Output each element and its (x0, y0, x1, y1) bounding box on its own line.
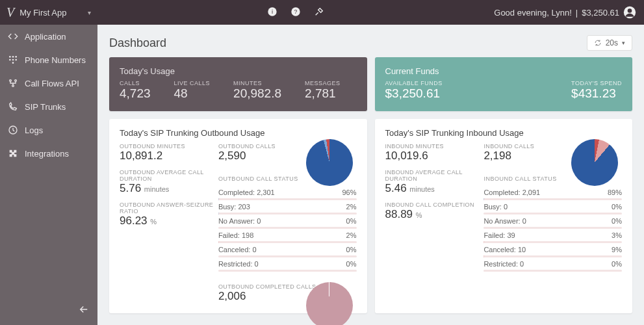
svg-point-9 (9, 59, 11, 61)
sidebar-item-label: Application (25, 32, 66, 42)
balance-text: $3,250.61 (582, 8, 619, 18)
status-row: Canceled: 109% (483, 243, 622, 257)
status-row: Restricted: 00% (218, 257, 357, 272)
card-title: Today's SIP Trunking Outbound Usage (120, 128, 357, 138)
tile-title: Current Funds (385, 66, 623, 76)
dialpad-icon (8, 55, 18, 65)
card-title: Today's SIP Trunking Inbound Usage (385, 128, 623, 138)
sip-icon (8, 101, 18, 112)
brand-logo: V (6, 5, 14, 20)
info-icon[interactable]: i (267, 6, 277, 19)
sidebar-item-application[interactable]: Application (0, 25, 97, 48)
refresh-label: 20s (606, 38, 618, 47)
tile-title: Today's Usage (120, 66, 357, 76)
arrow-left-icon (78, 304, 90, 315)
outbound-completed-pie (306, 282, 353, 325)
status-row: Busy: 00% (483, 200, 622, 214)
puzzle-icon (8, 148, 18, 159)
branch-icon (8, 78, 18, 88)
sidebar-item-logs[interactable]: Logs (0, 118, 97, 142)
sidebar-item-phone-numbers[interactable]: Phone Numbers (0, 48, 97, 72)
main-content: Dashboard 20s ▾ Today's Usage CALLS4,723… (97, 25, 644, 325)
status-row: Failed: 393% (483, 229, 622, 243)
topbar-right: Good evening, Lynn! | $3,250.61 (494, 6, 644, 19)
svg-point-14 (15, 80, 17, 82)
svg-point-5 (628, 8, 632, 13)
svg-point-13 (10, 80, 12, 82)
outbound-usage-card: Today's SIP Trunking Outbound Usage OUTB… (109, 119, 367, 313)
refresh-dropdown[interactable]: 20s ▾ (587, 35, 632, 51)
sidebar: Application Phone Numbers Call Flows API… (0, 25, 97, 325)
code-icon (8, 31, 18, 42)
status-row: Failed: 1982% (218, 229, 357, 243)
greeting-text: Good evening, Lynn! (494, 8, 572, 18)
topbar: V My First App ▾ i ? Good evening, Lynn!… (0, 0, 644, 25)
todays-usage-tile: Today's Usage CALLS4,723 LIVE CALLS48 MI… (109, 57, 367, 111)
account-icon[interactable] (623, 6, 636, 19)
inbound-pie-chart (571, 139, 618, 186)
sidebar-item-integrations[interactable]: Integrations (0, 142, 97, 165)
svg-point-10 (12, 59, 14, 61)
status-row: No Answer: 00% (218, 214, 357, 229)
app-name: My First App (19, 8, 66, 18)
outbound-pie-chart (306, 139, 353, 186)
sidebar-item-sip-trunks[interactable]: SIP Trunks (0, 95, 97, 118)
help-icon[interactable]: ? (290, 6, 301, 19)
svg-point-15 (12, 85, 14, 87)
svg-point-11 (15, 59, 17, 61)
separator: | (576, 8, 578, 18)
sidebar-item-label: Logs (25, 125, 43, 135)
status-row: Completed: 2,09189% (483, 186, 622, 200)
history-icon (8, 125, 18, 135)
svg-point-6 (9, 56, 11, 58)
sidebar-item-label: Phone Numbers (25, 55, 86, 65)
status-row: Canceled: 00% (218, 243, 357, 257)
sidebar-collapse[interactable] (0, 296, 97, 325)
chevron-down-icon: ▾ (88, 9, 91, 16)
svg-text:?: ? (294, 8, 298, 15)
svg-point-7 (12, 56, 14, 58)
app-switcher[interactable]: V My First App ▾ (0, 5, 97, 20)
gavel-icon[interactable] (314, 6, 324, 19)
sidebar-item-label: Call Flows API (25, 79, 79, 88)
status-row: Restricted: 00% (483, 257, 622, 272)
chevron-down-icon: ▾ (622, 40, 625, 46)
svg-point-8 (15, 56, 17, 58)
status-row: Busy: 2032% (218, 200, 357, 214)
sidebar-item-call-flows[interactable]: Call Flows API (0, 72, 97, 95)
svg-text:i: i (272, 8, 273, 15)
status-row: Completed: 2,30196% (218, 186, 357, 200)
refresh-icon (594, 39, 602, 47)
page-title: Dashboard (109, 36, 166, 50)
sidebar-item-label: Integrations (25, 149, 69, 159)
topbar-center: i ? (97, 6, 494, 19)
status-row: No Answer: 00% (483, 214, 622, 229)
current-funds-tile: Current Funds AVAILABLE FUNDS$3,250.61 T… (375, 57, 633, 111)
svg-point-12 (12, 62, 14, 64)
inbound-usage-card: Today's SIP Trunking Inbound Usage INBOU… (375, 119, 633, 313)
sidebar-item-label: SIP Trunks (25, 102, 66, 112)
